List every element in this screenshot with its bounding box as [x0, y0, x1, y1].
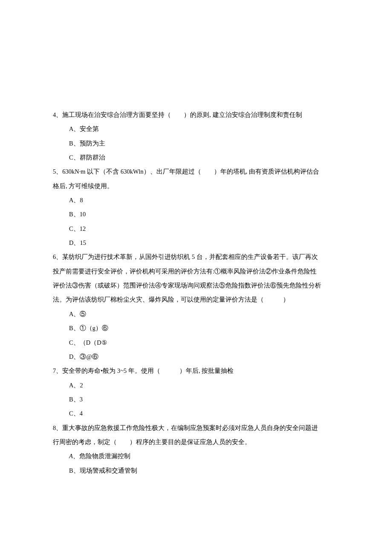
option-a: A、安全第 [53, 122, 339, 136]
question-7: 7、安全带的寿命•般为 3~5 年。使用（ ）年后, 按批量抽检 A、2 B、3… [53, 364, 339, 421]
question-text: 7、安全带的寿命•般为 3~5 年。使用（ ）年后, 按批量抽检 [53, 364, 339, 378]
question-text-line-1: 5、630kN·m 以下（不含 630kWln）、出厂年限超过（ ）年的塔机, … [53, 165, 339, 179]
question-text-line-2: 格后, 方可维续使用。 [53, 179, 339, 193]
option-c: C、12 [53, 222, 339, 236]
option-c: C、4 [53, 407, 339, 421]
option-b: B、预防为主 [53, 137, 339, 151]
option-label-italic: A [69, 453, 73, 459]
option-b: B、①（g）⑥ [53, 321, 339, 335]
question-text-line-3: 评价法③伤害（或破坏）范围评价法④专家现场询问观察法⑤危险指数评价法⑥预先危险性… [53, 279, 339, 293]
option-a: A、危险物质泄漏控制 [53, 449, 339, 463]
document-page: 4、施工现场在治安综合治理方面要坚持（ ）的原则, 建立治安综合治理制度和责任制… [0, 0, 392, 555]
question-number: 5、 [53, 168, 62, 175]
question-body: 安全带的寿命•般为 3~5 年。使用（ ）年后, 按批量抽检 [62, 367, 233, 374]
option-a: A、8 [53, 193, 339, 207]
question-text-line-1: 8、重大事故的应急救援工作危险性极大，在编制应急预案时必须对应急人员自身的安全问… [53, 421, 339, 435]
question-5: 5、630kN·m 以下（不含 630kWln）、出厂年限超过（ ）年的塔机, … [53, 165, 339, 250]
question-text-line-2: 投产前需要进行安全评价，评价机构可采用的评价方法有:①概率风险评价法②作业条件危… [53, 264, 339, 279]
option-b: B、10 [53, 207, 339, 221]
question-8: 8、重大事故的应急救援工作危险性极大，在编制应急预案时必须对应急人员自身的安全问… [53, 421, 339, 478]
option-d: D、③@⑥ [53, 350, 339, 364]
option-b: B、3 [53, 392, 339, 407]
option-c: C、（D（D⑤ [53, 336, 339, 350]
option-d: D、15 [53, 236, 339, 250]
question-body: 某纺织厂为进行技术革新，从国外引进纺织机 5 台，并配套相应的生产设备若干。该厂… [62, 253, 318, 260]
option-c: C、群防群治 [53, 151, 339, 165]
question-6: 6、某纺织厂为进行技术革新，从国外引进纺织机 5 台，并配套相应的生产设备若干。… [53, 250, 339, 364]
question-number: 4、 [53, 111, 62, 118]
question-number: 8、 [53, 424, 62, 431]
option-text: 、危险物质泄漏控制 [73, 453, 130, 459]
question-number: 6、 [53, 253, 62, 260]
question-text-line-1: 6、某纺织厂为进行技术革新，从国外引进纺织机 5 台，并配套相应的生产设备若干。… [53, 250, 339, 264]
question-text: 4、施工现场在治安综合治理方面要坚持（ ）的原则, 建立治安综合治理制度和责任制 [53, 108, 339, 122]
question-body: 施工现场在治安综合治理方面要坚持（ ）的原则, 建立治安综合治理制度和责任制 [62, 111, 302, 118]
question-number: 7、 [53, 367, 62, 374]
question-body: 重大事故的应急救援工作危险性极大，在编制应急预案时必须对应急人员自身的安全问题进 [62, 424, 318, 431]
option-a: A、2 [53, 378, 339, 392]
question-text-line-4: 法。为评估该纺织厂棉粉尘火灾、爆炸风险，可以使用的定量评价方法是（ ） [53, 293, 339, 307]
question-text-line-2: 行周密的考虑，制定（ ）程序的主要目的是保证应急人员的安全。 [53, 435, 339, 449]
question-body: 630kN·m 以下（不含 630kWln）、出厂年限超过（ ）年的塔机, 由有… [62, 168, 319, 175]
question-4: 4、施工现场在治安综合治理方面要坚持（ ）的原则, 建立治安综合治理制度和责任制… [53, 108, 339, 165]
option-a: A、⑤ [53, 307, 339, 321]
option-b: B、现场警戒和交通管制 [53, 464, 339, 478]
